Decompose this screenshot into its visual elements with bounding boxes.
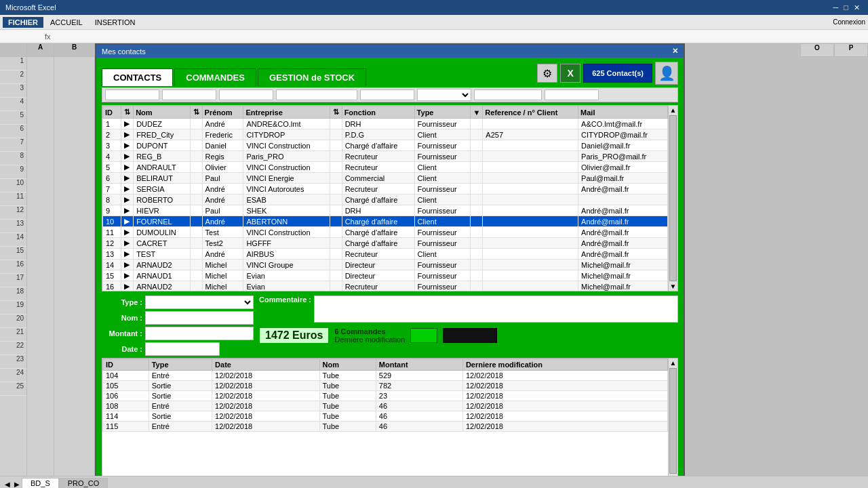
contact-row[interactable]: 5▶ANDRAULTOlivierVINCI ConstructionRecru… (103, 162, 668, 173)
form-row-container: Type : Nom : Montant : (102, 296, 678, 356)
formula-input[interactable] (55, 33, 868, 41)
ribbon-fichier[interactable]: FICHIER (3, 17, 43, 28)
contact-cell (190, 195, 202, 205)
contact-cell (483, 270, 578, 281)
filter-input-4[interactable] (276, 89, 357, 100)
order-cell: 108 (103, 401, 149, 411)
ribbon-insertion[interactable]: INSERTION (90, 17, 141, 28)
contact-cell: CITYDROP@mail.fr (578, 129, 668, 140)
order-cell: 12/02/2018 (212, 371, 319, 381)
type-select[interactable] (145, 296, 254, 309)
sheet-nav-left[interactable]: ◀ (3, 481, 12, 488)
excel-minimize[interactable]: ─ (833, 3, 839, 12)
contact-row[interactable]: 6▶BELIRAUTPaulVINCI EnergieCommercialCli… (103, 173, 668, 184)
contact-row[interactable]: 13▶TESTAndréAIRBUSRecruteurClientAndré@m… (103, 249, 668, 260)
contacts-thead: ID ⇅ Nom ⇅ Prénom Entreprise ⇅ Fonction (103, 106, 668, 119)
col-header-type: Type (414, 106, 471, 119)
excel-button[interactable]: X (560, 64, 580, 83)
orders-tbody: 104Entré12/02/2018Tube52912/02/2018105So… (103, 371, 668, 432)
filter-input-5[interactable] (360, 89, 414, 100)
contact-row[interactable]: 9▶HIEVRPaulSHEKDRHFournisseurAndré@mail.… (103, 205, 668, 216)
contact-cell: André@mail.fr (578, 216, 668, 227)
contact-row[interactable]: 11▶DUMOULINTestVINCI ConstructionChargé … (103, 227, 668, 238)
contact-cell: ▶ (121, 173, 134, 184)
excel-maximize[interactable]: □ (844, 3, 848, 12)
contact-cell: ▶ (121, 184, 134, 195)
ribbon-accueil[interactable]: ACCUEIL (45, 17, 88, 28)
right-col-headers: O P (800, 43, 868, 57)
bottom-panel: Type : Nom : Montant : (96, 293, 684, 487)
dialog-close-icon[interactable]: ✕ (672, 47, 678, 56)
tab-gestion-stock[interactable]: GESTION de STOCK (258, 68, 366, 86)
contact-cell: Client (414, 249, 471, 260)
sheet-tab-proco[interactable]: PRO_CO (59, 478, 108, 488)
order-cell: Tube (319, 422, 376, 432)
contact-cell: A&CO.lmt@mail.fr (578, 119, 668, 129)
gear-button[interactable]: ⚙ (537, 64, 557, 83)
order-row[interactable]: 108Entré12/02/2018Tube4612/02/2018 (103, 401, 668, 411)
contact-cell: 11 (103, 227, 121, 238)
col-header-sort3[interactable]: ⇅ (330, 106, 342, 119)
contact-cell: DRH (342, 205, 414, 216)
contact-cell: Michel (202, 281, 243, 291)
order-row[interactable]: 104Entré12/02/2018Tube52912/02/2018 (103, 371, 668, 381)
order-row[interactable]: 106Sortie12/02/2018Tube2312/02/2018 (103, 391, 668, 401)
filter-input-2[interactable] (162, 89, 216, 100)
tab-contacts[interactable]: CONTACTS (102, 68, 173, 86)
filter-select[interactable] (417, 89, 471, 101)
contact-row[interactable]: 14▶ARNAUD2MichelVINCI GroupeDirecteurFou… (103, 260, 668, 270)
contact-row[interactable]: 4▶REG_BRegisParis_PRORecruteurFournisseu… (103, 151, 668, 162)
col-header-filter[interactable]: ▼ (471, 106, 483, 119)
contact-cell (190, 216, 202, 227)
order-row[interactable]: 105Sortie12/02/2018Tube78212/02/2018 (103, 381, 668, 391)
contact-cell: VINCI Construction (243, 140, 330, 151)
avatar-button[interactable]: 👤 (655, 62, 678, 85)
contact-cell: 16 (103, 281, 121, 291)
contact-cell: 14 (103, 260, 121, 270)
excel-close[interactable]: ✕ (854, 3, 860, 12)
filter-input-1[interactable] (105, 89, 159, 100)
contact-row[interactable]: 16▶ARNAUD2MichelEvianRecruteurFournisseu… (103, 281, 668, 291)
contact-row[interactable]: 1▶DUDEZAndréANDRE&CO.lmtDRHFournisseurA&… (103, 119, 668, 129)
contact-cell: SHEK (243, 205, 330, 216)
contact-row[interactable]: 2▶FRED_CityFredericCITYDROPP.D.GClientA2… (103, 129, 668, 140)
commentaire-input[interactable] (314, 296, 678, 323)
contact-cell (483, 173, 578, 184)
contact-cell (330, 173, 342, 184)
order-cell: Tube (319, 381, 376, 391)
orders-table-wrapper: ID Type Date Nom Montant Derniere modifi… (102, 358, 678, 484)
col-o: O (800, 43, 834, 57)
montant-input[interactable] (145, 327, 254, 340)
col-header-sort1[interactable]: ⇅ (121, 106, 134, 119)
contact-cell: Paris_PRO (243, 151, 330, 162)
contact-row[interactable]: 15▶ARNAUD1MichelEvianDirecteurFournisseu… (103, 270, 668, 281)
contact-row[interactable]: 3▶DUPONTDanielVINCI ConstructionChargé d… (103, 140, 668, 151)
nom-input[interactable] (145, 311, 254, 325)
date-input[interactable] (145, 342, 220, 356)
order-cell: 115 (103, 422, 149, 432)
sheet-nav-right[interactable]: ▶ (12, 481, 22, 488)
contact-row[interactable]: 7▶SERGIAAndréVINCI AutoroutesRecruteurFo… (103, 184, 668, 195)
tab-commandes[interactable]: COMMANDES (174, 68, 256, 86)
col-header-sort2[interactable]: ⇅ (190, 106, 202, 119)
orders-scrollbar[interactable]: ▲ ▼ (668, 359, 677, 483)
filter-input-3[interactable] (219, 89, 273, 100)
contacts-tbody: 1▶DUDEZAndréANDRE&CO.lmtDRHFournisseurA&… (103, 119, 668, 291)
order-row[interactable]: 115Entré12/02/2018Tube4612/02/2018 (103, 422, 668, 432)
sheet-tab-bds[interactable]: BD_S (22, 478, 59, 488)
filter-input-6[interactable] (474, 89, 542, 100)
contact-row[interactable]: 10▶FOURNELAndréABERTONNChargé d'affaireC… (103, 216, 668, 227)
montant-row: Montant : (102, 327, 254, 340)
contact-row[interactable]: 8▶ROBERTOAndréESABChargé d'affaireClient (103, 195, 668, 205)
filter-input-7[interactable] (545, 89, 599, 100)
contacts-count-button[interactable]: 625 Contact(s) (583, 64, 652, 83)
contact-row[interactable]: 12▶CACRETTest2HGFFFChargé d'affaireFourn… (103, 238, 668, 249)
commentaire-row: Commentaire : (259, 296, 678, 323)
contacts-scrollbar[interactable]: ▲ ▼ (668, 106, 677, 291)
order-row[interactable]: 114Sortie12/02/2018Tube4612/02/2018 (103, 411, 668, 422)
contacts-table-scroll[interactable]: ID ⇅ Nom ⇅ Prénom Entreprise ⇅ Fonction (102, 106, 668, 291)
orders-table-scroll[interactable]: ID Type Date Nom Montant Derniere modifi… (102, 359, 668, 483)
contact-cell (190, 238, 202, 249)
order-cell: 46 (376, 411, 462, 422)
col-b: B (54, 43, 95, 488)
